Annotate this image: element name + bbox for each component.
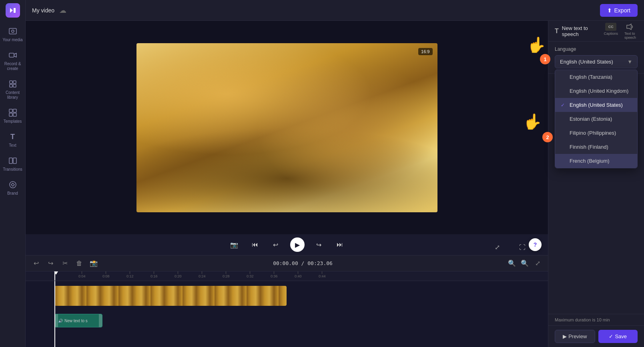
svg-rect-9 [13, 109, 16, 112]
cc-icon: CC [605, 23, 616, 31]
audio-drag-right[interactable] [99, 314, 102, 327]
language-label: Language [555, 46, 638, 52]
audio-drag-left[interactable] [55, 314, 58, 327]
audio-clip[interactable]: 🔊 New text to s [54, 314, 102, 327]
sidebar-item-label-brand-kit: Brand [7, 191, 18, 196]
top-bar: My video ☁ ⬆ Export [26, 0, 644, 21]
help-button[interactable]: ? [529, 238, 542, 251]
redo-button[interactable]: ↪ [45, 258, 56, 269]
export-label: Export [614, 7, 630, 14]
save-icon: ✓ [609, 333, 613, 339]
skip-back-button[interactable]: ⏮ [249, 238, 261, 251]
sidebar-item-transitions[interactable]: Transitions [0, 152, 25, 176]
preview-button[interactable]: ▶ Preview [555, 330, 595, 343]
language-section: Language English (United States) ▼ Engli… [548, 42, 644, 74]
sidebar-item-brand-kit[interactable]: Brand [0, 176, 25, 200]
svg-point-14 [10, 181, 16, 188]
text-to-speech-button[interactable]: Text tospeech [623, 21, 638, 41]
timeline-area: ↩ ↪ ✂ 🗑 📸 00:00.00 / 00:23.06 🔍 🔍 ⤢ [26, 255, 548, 347]
timeline-tracks: 🔊 New text to s [26, 281, 548, 347]
fullscreen-button[interactable]: ⛶ [519, 244, 526, 251]
camera-off-button[interactable]: 📷 [228, 238, 241, 251]
video-track-content [54, 283, 548, 307]
video-thumbnail-strip [54, 286, 287, 306]
right-panel: T New text to speech CC Captions [548, 21, 644, 347]
svg-rect-10 [9, 113, 12, 116]
dropdown-item-label: Estonian (Estonia) [570, 116, 612, 122]
dropdown-item-english-us[interactable]: ✓ English (United States) [555, 98, 637, 112]
record-icon [8, 50, 18, 60]
forward-button[interactable]: ↪ [313, 238, 325, 251]
cut-button[interactable]: ✂ [59, 258, 70, 269]
skip-forward-button[interactable]: ⏭ [333, 238, 346, 251]
sidebar-item-your-media[interactable]: Your media [0, 22, 25, 46]
sidebar-item-record[interactable]: Record &create [0, 46, 25, 75]
current-time: 00:00.00 / 00:23.06 [273, 260, 333, 266]
dropdown-item-english-uk[interactable]: English (United Kingdom) [555, 84, 637, 98]
dropdown-arrow-icon: ▼ [627, 59, 632, 65]
zoom-out-button[interactable]: 🔍 [506, 258, 518, 269]
expand-button[interactable]: ⤢ [495, 243, 500, 251]
timeline-toolbar: ↩ ↪ ✂ 🗑 📸 00:00.00 / 00:23.06 🔍 🔍 ⤢ [26, 255, 548, 271]
export-button[interactable]: ⬆ Export [600, 4, 638, 17]
sidebar: Your media Record &create Contentlibrary [0, 0, 26, 347]
dropdown-item-french-belgium[interactable]: French (Belgium) [555, 154, 637, 168]
dropdown-item-filipino[interactable]: Filipino (Philippines) [555, 126, 637, 140]
svg-rect-5 [13, 81, 16, 84]
svg-rect-12 [9, 158, 12, 164]
max-duration-bar: Maximum duration is 10 min [548, 314, 644, 325]
play-button[interactable]: ▶ [290, 237, 305, 252]
sidebar-item-label-your-media: Your media [2, 38, 22, 42]
dropdown-item-estonian[interactable]: Estonian (Estonia) [555, 112, 637, 126]
video-frame [136, 43, 437, 212]
rewind-button[interactable]: ↩ [269, 238, 282, 251]
svg-rect-7 [13, 84, 16, 87]
zoom-controls: 🔍 🔍 ⤢ [506, 258, 543, 269]
right-panel-actions: CC Captions Text tospeech [602, 21, 638, 41]
video-controls: 📷 ⏮ ↩ ▶ ↪ ⏭ ⤢ ⛶ ? [26, 234, 548, 255]
sidebar-item-templates[interactable]: Templates [0, 104, 25, 128]
cloud-save-icon: ☁ [59, 6, 66, 15]
video-preview: 16:9 [136, 43, 437, 212]
video-clip[interactable] [54, 286, 287, 306]
sidebar-item-content-library[interactable]: Contentlibrary [0, 75, 25, 104]
sidebar-item-label-record: Record &create [4, 62, 21, 71]
svg-rect-0 [14, 8, 16, 13]
dropdown-item-label: English (United States) [570, 102, 623, 108]
delete-button[interactable]: 🗑 [74, 258, 85, 269]
sidebar-item-label-content-library: Contentlibrary [6, 90, 20, 100]
svg-rect-6 [10, 84, 12, 87]
sidebar-item-text[interactable]: T Text [0, 128, 25, 152]
app-logo[interactable] [6, 3, 20, 18]
dropdown-item-english-tanzania[interactable]: English (Tanzania) [555, 70, 637, 84]
sidebar-item-label-templates: Templates [4, 119, 22, 124]
video-preview-container: 16:9 [26, 21, 548, 234]
preview-icon: ▶ [563, 333, 567, 339]
content-row: 16:9 📷 ⏮ ↩ ▶ ↪ ⏭ ⤢ ⛶ ? ↩ ↪ ✂ [26, 21, 644, 347]
sidebar-item-label-transitions: Transitions [3, 167, 22, 172]
svg-rect-1 [9, 28, 16, 34]
svg-rect-11 [13, 113, 16, 116]
svg-point-2 [12, 30, 14, 32]
fit-button[interactable]: ⤢ [532, 258, 543, 269]
video-track-row [26, 281, 548, 309]
export-icon: ⬆ [607, 7, 612, 14]
language-dropdown-container: English (United States) ▼ English (Tanza… [555, 55, 638, 68]
project-title: My video [32, 7, 54, 14]
save-button[interactable]: ✓ Save [598, 330, 638, 343]
language-dropdown-list: English (Tanzania) English (United Kingd… [555, 70, 638, 168]
undo-button[interactable]: ↩ [30, 258, 42, 269]
dropdown-item-finnish[interactable]: Finnish (Finland) [555, 140, 637, 154]
aspect-ratio-badge: 16:9 [418, 48, 432, 55]
your-media-icon [8, 26, 18, 36]
audio-track-row: 🔊 New text to s [26, 309, 548, 329]
audio-track-content: 🔊 New text to s [54, 311, 548, 327]
captions-button[interactable]: CC Captions [602, 21, 620, 41]
dropdown-item-label: Filipino (Philippines) [570, 130, 616, 136]
language-select[interactable]: English (United States) ▼ [555, 55, 638, 68]
save-label: Save [615, 333, 627, 339]
zoom-in-button[interactable]: 🔍 [519, 258, 530, 269]
transitions-icon [8, 156, 18, 166]
sidebar-item-label-text: Text [9, 143, 16, 148]
snapshot-button[interactable]: 📸 [88, 258, 99, 269]
